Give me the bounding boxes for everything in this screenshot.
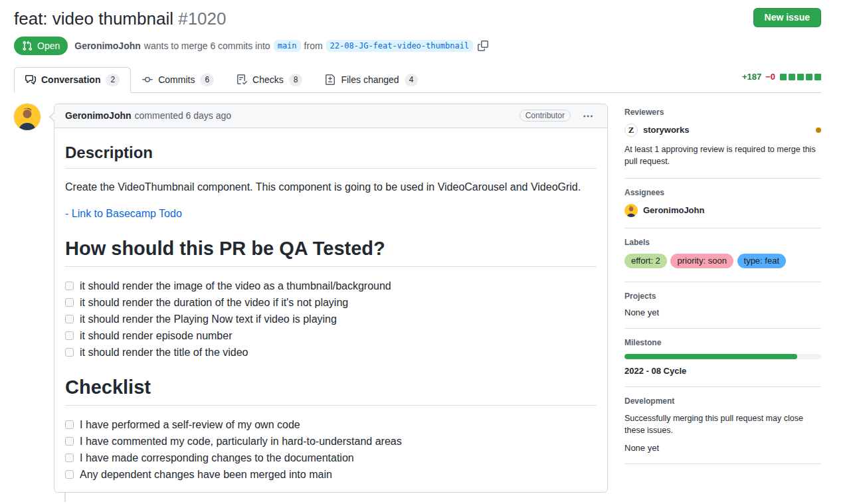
- author-avatar[interactable]: [14, 104, 41, 130]
- task-item: it should render the image of the video …: [65, 278, 597, 294]
- git-pull-request-icon: [22, 41, 33, 51]
- task-label: I have commented my code, particularly i…: [80, 433, 402, 450]
- task-item: it should render episode number: [65, 327, 597, 344]
- task-item: it should render the duration of the vid…: [65, 294, 597, 311]
- labels-list: effort: 2 priority: soon type: feat: [624, 254, 821, 271]
- diffstat-additions: +187: [742, 72, 761, 82]
- task-checkbox: [65, 420, 74, 429]
- comment-timestamp[interactable]: 6 days ago: [186, 110, 232, 121]
- assignee-row[interactable]: GeronimoJohn: [624, 204, 821, 217]
- git-commit-icon: [142, 74, 153, 85]
- kebab-menu-icon[interactable]: ⋯: [580, 110, 597, 122]
- head-branch-label[interactable]: 22-08-JG-feat-video-thumbnail: [326, 40, 474, 52]
- pr-header: feat: video thumbnail #1020 New issue: [14, 8, 821, 30]
- tab-files-changed-label: Files changed: [341, 74, 399, 85]
- pr-page: feat: video thumbnail #1020 New issue Op…: [0, 0, 857, 502]
- tab-checks-count: 8: [289, 74, 303, 86]
- task-item: Any dependent changes have been merged i…: [65, 466, 597, 483]
- description-heading: Description: [65, 143, 597, 169]
- projects-heading: Projects: [624, 292, 821, 301]
- timeline-comment: GeronimoJohn commented 6 days ago Contri…: [14, 104, 608, 493]
- task-label: it should render the Playing Now text if…: [80, 311, 337, 327]
- task-checkbox: [65, 437, 74, 446]
- pr-tabnav: Conversation 2 Commits 6 Checks 8 Files …: [14, 67, 821, 93]
- tab-conversation[interactable]: Conversation 2: [14, 67, 131, 93]
- label-priority[interactable]: priority: soon: [670, 254, 733, 268]
- reviewer-row[interactable]: Z storyworks: [624, 124, 821, 137]
- qa-heading: How should this PR be QA Tested?: [65, 236, 597, 267]
- sidebar-section-milestone: Milestone 2022 - 08 Cycle: [624, 329, 821, 387]
- sidebar-section-assignees: Assignees GeronimoJohn: [624, 179, 821, 228]
- assignee-avatar: [624, 204, 638, 217]
- basecamp-link[interactable]: - Link to Basecamp Todo: [65, 208, 182, 219]
- task-checkbox: [65, 282, 74, 290]
- copy-branch-button[interactable]: [476, 41, 490, 51]
- status-badge: Open: [14, 37, 68, 55]
- review-requirement-note: At least 1 approving review is required …: [624, 143, 821, 167]
- task-label: I have performed a self-review of my own…: [80, 416, 300, 433]
- description-text: Create the VideoThumbnail component. Thi…: [65, 179, 597, 195]
- milestone-progress-track: [624, 354, 821, 359]
- comment-action-text: commented: [135, 110, 183, 121]
- reviewer-name: storyworks: [643, 125, 689, 135]
- tab-conversation-label: Conversation: [41, 74, 100, 85]
- development-note: Successfully merging this pull request m…: [624, 412, 821, 436]
- task-item: I have commented my code, particularly i…: [65, 433, 597, 450]
- milestone-heading: Milestone: [624, 338, 821, 347]
- comment-header: GeronimoJohn commented 6 days ago Contri…: [54, 104, 607, 128]
- task-item: I have made corresponding changes to the…: [65, 450, 597, 466]
- sidebar-section-reviewers: Reviewers Z storyworks At least 1 approv…: [624, 105, 821, 179]
- label-type[interactable]: type: feat: [737, 254, 786, 268]
- tab-commits-count: 6: [200, 74, 214, 86]
- timeline-line: [64, 493, 66, 502]
- task-label: it should render the image of the video …: [80, 278, 391, 294]
- milestone-progress-fill: [624, 354, 797, 359]
- reviewer-avatar: Z: [624, 124, 638, 137]
- labels-heading: Labels: [624, 238, 821, 247]
- page-title: feat: video thumbnail #1020: [14, 8, 226, 30]
- tab-commits[interactable]: Commits 6: [131, 67, 225, 93]
- qa-task-list: it should render the image of the video …: [65, 278, 597, 361]
- label-effort[interactable]: effort: 2: [624, 254, 667, 268]
- task-label: it should render the duration of the vid…: [80, 294, 348, 311]
- pr-meta-row: Open GeronimoJohn wants to merge 6 commi…: [14, 37, 821, 55]
- checklist-icon: [237, 74, 247, 85]
- task-checkbox: [65, 470, 74, 479]
- task-item: I have performed a self-review of my own…: [65, 416, 597, 433]
- task-checkbox: [65, 331, 74, 340]
- pr-title-text: feat: video thumbnail: [14, 9, 173, 29]
- copy-icon: [478, 41, 488, 51]
- diff-block: [814, 74, 821, 80]
- base-branch-label[interactable]: main: [274, 40, 301, 52]
- task-checkbox: [65, 298, 74, 307]
- milestone-name[interactable]: 2022 - 08 Cycle: [624, 366, 821, 376]
- pr-sidebar: Reviewers Z storyworks At least 1 approv…: [624, 104, 821, 465]
- development-value: None yet: [624, 443, 821, 453]
- task-checkbox: [65, 454, 74, 462]
- task-label: Any dependent changes have been merged i…: [80, 466, 332, 483]
- tab-files-changed[interactable]: Files changed 4: [314, 67, 429, 93]
- new-issue-button[interactable]: New issue: [753, 8, 821, 27]
- tab-conversation-count: 2: [106, 74, 120, 86]
- pr-meta-sentence: GeronimoJohn wants to merge 6 commits in…: [74, 40, 490, 52]
- projects-value: None yet: [624, 307, 821, 317]
- task-item: it should render the title of the video: [65, 344, 597, 361]
- task-item: it should render the Playing Now text if…: [65, 311, 597, 327]
- assignee-name: GeronimoJohn: [643, 205, 704, 215]
- sidebar-section-labels: Labels effort: 2 priority: soon type: fe…: [624, 228, 821, 282]
- comment-author-link[interactable]: GeronimoJohn: [65, 110, 132, 121]
- tab-files-changed-count: 4: [405, 74, 419, 86]
- tab-checks-label: Checks: [252, 74, 284, 85]
- tab-checks[interactable]: Checks 8: [225, 67, 314, 93]
- comment-box: GeronimoJohn commented 6 days ago Contri…: [54, 104, 608, 493]
- comment-body: Description Create the VideoThumbnail co…: [54, 128, 607, 493]
- assignees-heading: Assignees: [624, 188, 821, 197]
- diffstat-deletions: −0: [765, 72, 775, 82]
- task-checkbox: [65, 315, 74, 323]
- pending-review-dot: [816, 127, 821, 133]
- diffstat[interactable]: +187 −0: [742, 72, 821, 87]
- pr-timeline: GeronimoJohn commented 6 days ago Contri…: [14, 104, 608, 503]
- file-diff-icon: [325, 74, 335, 85]
- pr-action-text: wants to merge 6 commits into: [144, 41, 270, 51]
- pr-author-link[interactable]: GeronimoJohn: [74, 41, 141, 51]
